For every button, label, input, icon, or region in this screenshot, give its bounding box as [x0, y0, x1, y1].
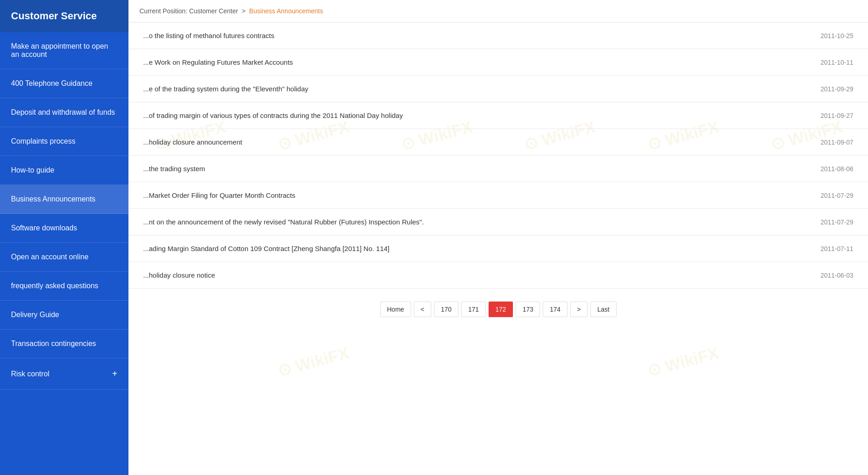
article-title: ...holiday closure announcement [143, 138, 811, 146]
article-row[interactable]: ...nt on the announcement of the newly r… [128, 209, 868, 235]
sidebar-item-open-account-online[interactable]: Open an account online [0, 243, 128, 272]
page-next-button[interactable]: > [570, 302, 588, 317]
article-title: ...holiday closure notice [143, 271, 811, 279]
article-date: 2011-07-29 [820, 192, 853, 199]
sidebar-item-label: Open an account online [11, 253, 89, 261]
article-row[interactable]: ...ading Margin Standard of Cotton 109 C… [128, 235, 868, 262]
sidebar: Customer Service Make an appointment to … [0, 0, 128, 475]
page-home-button[interactable]: Home [380, 302, 411, 317]
article-title: ...o the listing of methanol futures con… [143, 32, 811, 39]
article-date: 2011-07-29 [820, 218, 853, 226]
sidebar-item-label: Make an appointment to open an account [11, 42, 117, 59]
sidebar-item-deposit-withdrawal[interactable]: Deposit and withdrawal of funds [0, 98, 128, 127]
sidebar-item-label: Business Announcements [11, 195, 95, 203]
sidebar-item-label: Deposit and withdrawal of funds [11, 108, 115, 117]
page-prev-button[interactable]: < [414, 302, 431, 317]
article-date: 2011-09-27 [820, 112, 853, 119]
sidebar-item-risk-control[interactable]: Risk control+ [0, 358, 128, 390]
sidebar-item-faq[interactable]: frequently asked questions [0, 272, 128, 301]
breadcrumb-separator: > [242, 7, 245, 15]
sidebar-item-telephone-guidance[interactable]: 400 Telephone Guidance [0, 69, 128, 98]
article-title: ...Market Order Filing for Quarter Month… [143, 191, 811, 199]
plus-icon: + [112, 369, 117, 379]
main-content: Current Position: Customer Center > Busi… [128, 0, 868, 475]
sidebar-item-label: Transaction contingencies [11, 340, 96, 348]
content-area: ⊙ WikiFX ⊙ WikiFX ⊙ WikiFX ⊙ WikiFX ⊙ Wi… [128, 22, 868, 475]
article-date: 2011-10-25 [820, 32, 853, 39]
sidebar-header: Customer Service [0, 0, 128, 32]
sidebar-item-label: Delivery Guide [11, 311, 59, 319]
page-170-button[interactable]: 170 [434, 302, 458, 317]
article-list: ...o the listing of methanol futures con… [128, 22, 868, 289]
sidebar-item-how-to-guide[interactable]: How-to guide [0, 156, 128, 185]
article-row[interactable]: ...the trading system2011-08-06 [128, 156, 868, 182]
breadcrumb-current: Business Announcements [249, 7, 323, 15]
sidebar-item-complaints-process[interactable]: Complaints process [0, 127, 128, 156]
sidebar-item-business-announcements[interactable]: Business Announcements [0, 185, 128, 214]
article-date: 2011-06-03 [820, 272, 853, 279]
sidebar-item-label: Risk control [11, 370, 50, 378]
pagination: Home < 170 171 172 173 174 > Last [128, 289, 868, 330]
article-title: ...ading Margin Standard of Cotton 109 C… [143, 245, 811, 252]
sidebar-item-transaction-contingencies[interactable]: Transaction contingencies [0, 330, 128, 358]
article-date: 2011-07-11 [820, 245, 853, 252]
page-172-button[interactable]: 172 [489, 302, 513, 317]
page-last-button[interactable]: Last [590, 302, 616, 317]
article-row[interactable]: ...holiday closure notice2011-06-03 [128, 262, 868, 289]
sidebar-item-label: Complaints process [11, 137, 76, 145]
article-title: ...e of the trading system during the "E… [143, 85, 811, 93]
sidebar-item-delivery-guide[interactable]: Delivery Guide [0, 301, 128, 330]
breadcrumb: Current Position: Customer Center > Busi… [128, 0, 868, 22]
article-date: 2011-08-06 [820, 165, 853, 173]
article-title: ...of trading margin of various types of… [143, 112, 811, 119]
article-row[interactable]: ...e Work on Regulating Futures Market A… [128, 49, 868, 76]
sidebar-title: Customer Service [11, 10, 97, 22]
article-title: ...nt on the announcement of the newly r… [143, 218, 811, 226]
sidebar-item-label: How-to guide [11, 166, 54, 174]
article-row[interactable]: ...e of the trading system during the "E… [128, 76, 868, 102]
sidebar-item-label: 400 Telephone Guidance [11, 79, 93, 88]
article-row[interactable]: ...of trading margin of various types of… [128, 102, 868, 129]
sidebar-item-label: frequently asked questions [11, 282, 98, 290]
breadcrumb-prefix: Current Position: [139, 7, 187, 15]
article-date: 2011-10-11 [820, 59, 853, 66]
article-date: 2011-09-29 [820, 85, 853, 93]
article-title: ...the trading system [143, 165, 811, 173]
page-171-button[interactable]: 171 [461, 302, 485, 317]
article-row[interactable]: ...holiday closure announcement2011-09-0… [128, 129, 868, 156]
breadcrumb-home[interactable]: Customer Center [189, 7, 238, 15]
article-row[interactable]: ...Market Order Filing for Quarter Month… [128, 182, 868, 209]
article-row[interactable]: ...o the listing of methanol futures con… [128, 22, 868, 49]
sidebar-item-software-downloads[interactable]: Software downloads [0, 214, 128, 243]
sidebar-item-make-appointment[interactable]: Make an appointment to open an account [0, 32, 128, 69]
page-173-button[interactable]: 173 [516, 302, 540, 317]
sidebar-item-label: Software downloads [11, 224, 77, 232]
article-title: ...e Work on Regulating Futures Market A… [143, 58, 811, 66]
page-174-button[interactable]: 174 [543, 302, 567, 317]
article-date: 2011-09-07 [820, 139, 853, 146]
